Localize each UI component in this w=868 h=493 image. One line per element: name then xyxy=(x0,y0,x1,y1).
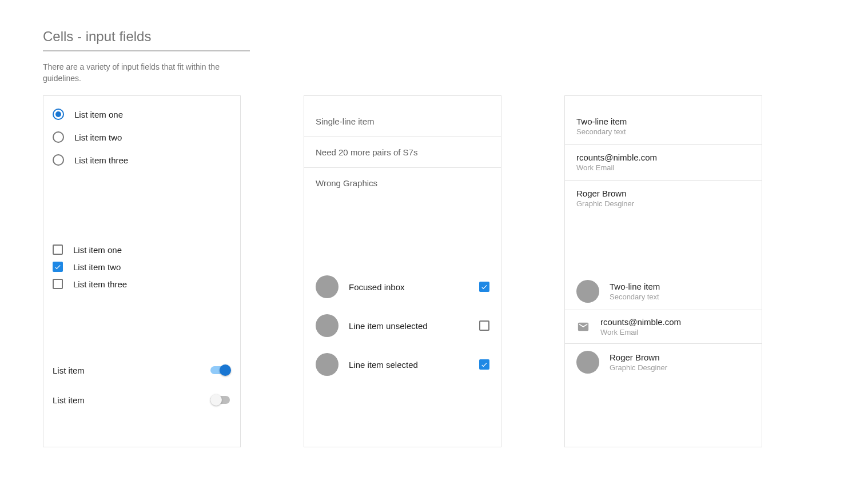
secondary-text: Graphic Desginer xyxy=(610,363,667,372)
primary-text: rcounts@nimble.com xyxy=(576,153,750,162)
radio-item[interactable]: List item one xyxy=(43,103,240,126)
switch-item[interactable]: List item xyxy=(43,355,240,385)
list-item-label: Focused inbox xyxy=(349,282,469,292)
switch-group: List item List item xyxy=(43,355,240,415)
avatar-icon xyxy=(316,314,339,337)
primary-text: Two-line item xyxy=(610,282,660,291)
list-item-label: Line item selected xyxy=(349,360,469,370)
checkbox-icon[interactable] xyxy=(53,279,63,289)
secondary-text: Secondary text xyxy=(610,292,660,301)
list-item[interactable]: Wrong Graphics xyxy=(304,167,501,198)
checkbox-icon[interactable] xyxy=(479,320,489,331)
list-item-label: Line item unselected xyxy=(349,321,469,331)
secondary-text: Work Email xyxy=(600,328,681,336)
card-two-line: Two-line item Secondary text rcounts@nim… xyxy=(564,95,762,447)
avatar-list-item[interactable]: Focused inbox xyxy=(304,267,501,306)
switch-label: List item xyxy=(53,366,85,375)
switch-item[interactable]: List item xyxy=(43,385,240,415)
avatar-list-item[interactable]: Line item unselected xyxy=(304,306,501,345)
avatar-icon xyxy=(316,353,339,376)
checkbox-icon[interactable] xyxy=(53,245,63,255)
primary-text: Two-line item xyxy=(576,117,750,126)
checkbox-label: List item three xyxy=(73,279,127,289)
avatar-list-item[interactable]: Line item selected xyxy=(304,345,501,384)
radio-group: List item one List item two List item th… xyxy=(43,96,240,171)
card-single-line: Single-line item Need 20 more pairs of S… xyxy=(304,95,501,447)
radio-label: List item three xyxy=(74,155,128,165)
two-line-icon-item[interactable]: Two-line item Secondary text xyxy=(565,273,762,310)
radio-icon[interactable] xyxy=(53,154,64,166)
check-icon xyxy=(480,283,488,291)
two-line-item[interactable]: rcounts@nimble.com Work Email xyxy=(565,144,762,180)
primary-text: Roger Brown xyxy=(610,352,667,362)
avatar-icon xyxy=(316,275,339,298)
checkbox-group: List item one List item two List item th… xyxy=(43,234,240,292)
card-input-controls: List item one List item two List item th… xyxy=(43,95,241,447)
checkbox-item[interactable]: List item two xyxy=(43,258,240,275)
secondary-text: Graphic Desginer xyxy=(576,199,750,208)
radio-label: List item one xyxy=(74,110,123,119)
list-item[interactable]: Need 20 more pairs of S7s xyxy=(304,137,501,167)
list-item[interactable]: Single-line item xyxy=(304,96,501,137)
secondary-text: Work Email xyxy=(576,163,750,172)
avatar-icon xyxy=(576,351,599,374)
two-line-item[interactable]: Two-line item Secondary text xyxy=(565,96,762,144)
secondary-text: Secondary text xyxy=(576,127,750,136)
checkbox-icon[interactable] xyxy=(53,262,63,272)
checkbox-item[interactable]: List item one xyxy=(43,241,240,258)
switch-toggle[interactable] xyxy=(210,394,231,406)
primary-text: rcounts@nimble.com xyxy=(600,317,681,327)
radio-icon[interactable] xyxy=(53,109,64,120)
radio-item[interactable]: List item three xyxy=(43,149,240,171)
two-line-icon-item[interactable]: Roger Brown Graphic Desginer xyxy=(565,343,762,380)
two-line-item[interactable]: Roger Brown Graphic Desginer xyxy=(565,180,762,216)
page-title: Cells - input fields xyxy=(43,29,250,51)
mail-icon xyxy=(576,320,590,334)
page-description: There are a variety of input fields that… xyxy=(43,62,237,84)
radio-item[interactable]: List item two xyxy=(43,126,240,149)
two-line-icon-item[interactable]: rcounts@nimble.com Work Email xyxy=(565,310,762,343)
primary-text: Roger Brown xyxy=(576,189,750,198)
checkbox-icon[interactable] xyxy=(479,282,489,292)
switch-label: List item xyxy=(53,395,85,405)
check-icon xyxy=(54,263,62,271)
checkbox-icon[interactable] xyxy=(479,359,489,370)
radio-icon[interactable] xyxy=(53,131,64,143)
checkbox-label: List item one xyxy=(73,245,122,255)
avatar-icon xyxy=(576,280,599,303)
checkbox-item[interactable]: List item three xyxy=(43,275,240,292)
check-icon xyxy=(480,360,488,368)
switch-toggle[interactable] xyxy=(210,364,231,376)
checkbox-label: List item two xyxy=(73,262,121,272)
radio-label: List item two xyxy=(74,133,122,142)
